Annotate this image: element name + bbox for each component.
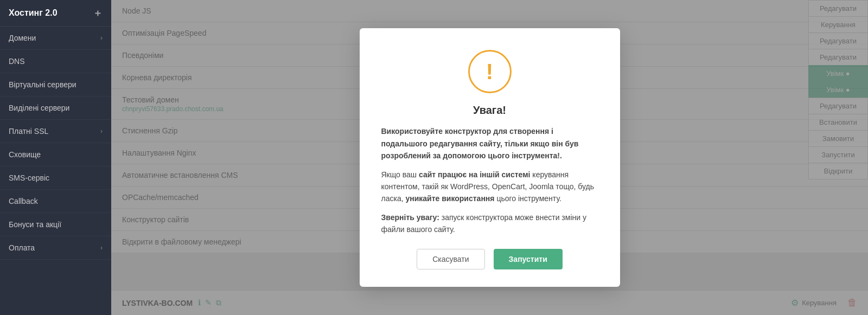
modal-body: Використовуйте конструктор для створення… — [381, 125, 598, 235]
add-hosting-icon[interactable]: ＋ — [93, 7, 103, 20]
sidebar-item-payment[interactable]: Оплата › — [0, 236, 111, 260]
sidebar-item-label: Платні SSL — [9, 127, 48, 136]
sidebar-item-dedicated-servers[interactable]: Виділені сервери — [0, 97, 111, 120]
warning-modal: ! Увага! Використовуйте конструктор для … — [360, 28, 620, 286]
modal-overlay: ! Увага! Використовуйте конструктор для … — [111, 0, 868, 315]
sidebar-item-label: Оплата — [9, 243, 35, 252]
cancel-button[interactable]: Скасувати — [417, 249, 484, 269]
sidebar-item-domains[interactable]: Домени › — [0, 27, 111, 50]
exclamation-icon: ! — [486, 61, 493, 82]
modal-paragraph1: Використовуйте конструктор для створення… — [381, 127, 579, 160]
chevron-right-icon: › — [100, 127, 103, 135]
modal-paragraph2: Якщо ваш сайт працює на іншій системі ке… — [381, 169, 598, 205]
sidebar-item-ssl[interactable]: Платні SSL › — [0, 120, 111, 143]
sidebar-item-bonuses[interactable]: Бонуси та акції — [0, 213, 111, 236]
modal-paragraph3: Зверніть увагу: запуск конструктора може… — [381, 211, 598, 236]
sidebar: Хостинг 2.0 ＋ Домени › DNS Віртуальні се… — [0, 0, 111, 315]
sidebar-item-sms[interactable]: SMS-сервіс — [0, 166, 111, 190]
chevron-right-icon: › — [100, 244, 103, 252]
sidebar-header: Хостинг 2.0 ＋ — [0, 0, 111, 27]
sidebar-item-label: Сховище — [9, 150, 41, 159]
sidebar-item-dns[interactable]: DNS — [0, 50, 111, 73]
sidebar-item-label: DNS — [9, 57, 25, 66]
sidebar-item-label: Виділені сервери — [9, 104, 69, 112]
sidebar-item-callback[interactable]: Callback — [0, 190, 111, 213]
sidebar-item-label: Віртуальні сервери — [9, 80, 76, 89]
modal-footer: Скасувати Запустити — [381, 249, 598, 269]
sidebar-title: Хостинг 2.0 — [9, 8, 58, 18]
chevron-right-icon: › — [100, 34, 103, 42]
modal-title: Увага! — [381, 104, 598, 117]
main-content: Node JS Оптимізація PageSpeed Псевдоніми… — [111, 0, 868, 315]
sidebar-item-virtual-servers[interactable]: Віртуальні сервери — [0, 73, 111, 97]
sidebar-item-label: Бонуси та акції — [9, 220, 61, 229]
warning-icon-circle: ! — [468, 50, 512, 93]
sidebar-item-label: Домени — [9, 34, 36, 42]
sidebar-item-label: SMS-сервіс — [9, 173, 49, 182]
sidebar-item-storage[interactable]: Сховище — [0, 143, 111, 166]
launch-confirm-button[interactable]: Запустити — [494, 249, 563, 269]
sidebar-item-label: Callback — [9, 197, 38, 205]
